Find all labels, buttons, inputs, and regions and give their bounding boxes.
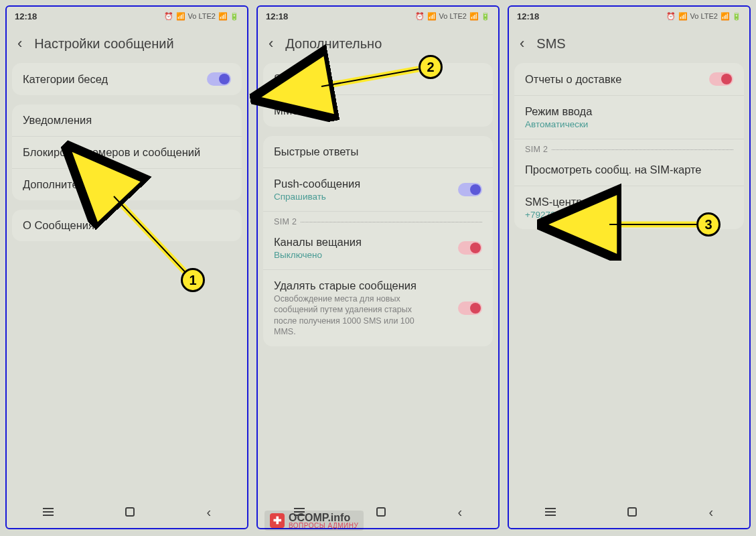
toggle-delete-old[interactable] (458, 302, 482, 315)
annotation-badge-1: 1 (181, 268, 205, 292)
group-options: Быстрые ответы Push-сообщения Спрашивать… (263, 136, 493, 346)
toggle-broadcast[interactable] (458, 241, 482, 255)
header: ‹ SMS (509, 25, 749, 63)
annotation-badge-2: 2 (419, 55, 443, 79)
nav-recents-icon[interactable] (43, 508, 54, 516)
android-navbar: ‹ (509, 496, 749, 528)
page-title: Настройки сообщений (34, 36, 173, 52)
screen-3-sms: 12:18 ⏰ 📶 Vo LTE2 📶 🔋 ‹ SMS Отчеты о дос… (508, 5, 751, 529)
header: ‹ Дополнительно (258, 25, 498, 63)
item-delete-old[interactable]: Удалять старые сообщения Освобождение ме… (263, 270, 493, 346)
toggle-push[interactable] (458, 183, 482, 196)
back-icon[interactable]: ‹ (17, 35, 22, 52)
status-bar: 12:18 ⏰ 📶 Vo LTE2 📶 🔋 (7, 7, 247, 25)
item-broadcast[interactable]: Каналы вещания Выключено (263, 226, 493, 270)
sim-header: SIM 2 (263, 212, 493, 226)
item-push[interactable]: Push-сообщения Спрашивать (263, 168, 493, 212)
status-time: 12:18 (15, 11, 37, 21)
sim-header: SIM 2 (514, 139, 744, 154)
back-icon[interactable]: ‹ (520, 35, 524, 52)
annotation-badge-3: 3 (696, 212, 721, 237)
nav-back-icon[interactable]: ‹ (709, 505, 714, 520)
status-bar: 12:18 ⏰ 📶 Vo LTE2 📶 🔋 (509, 7, 749, 25)
nav-back-icon[interactable]: ‹ (207, 505, 212, 520)
item-input-mode[interactable]: Режим ввода Автоматически (514, 96, 744, 139)
group-categories: Категории бесед (12, 63, 242, 95)
status-bar: 12:18 ⏰ 📶 Vo LTE2 📶 🔋 (258, 7, 498, 25)
item-delivery-reports[interactable]: Отчеты о доставке (514, 63, 744, 96)
toggle-categories[interactable] (207, 72, 231, 86)
nav-home-icon[interactable] (376, 507, 386, 517)
status-icons: ⏰ 📶 Vo LTE2 📶 🔋 (164, 12, 239, 21)
item-quick-replies[interactable]: Быстрые ответы (263, 136, 493, 168)
back-icon[interactable]: ‹ (269, 35, 273, 52)
status-time: 12:18 (517, 11, 539, 21)
item-view-sim-messages[interactable]: Просмотреть сообщ. на SIM-карте (514, 154, 744, 186)
nav-home-icon[interactable] (627, 507, 637, 517)
item-notifications[interactable]: Уведомления (12, 105, 242, 137)
nav-home-icon[interactable] (125, 507, 135, 517)
svg-line-2 (114, 196, 191, 278)
android-navbar: ‹ (7, 496, 247, 528)
nav-recents-icon[interactable] (545, 508, 556, 516)
status-icons: ⏰ 📶 Vo LTE2 📶 🔋 (666, 12, 741, 21)
group-sms-settings: Отчеты о доставке Режим ввода Автоматиче… (514, 63, 744, 229)
watermark-logo-icon: ✚ (270, 513, 285, 528)
item-block-numbers[interactable]: Блокировка номеров и сообщений (12, 137, 242, 169)
status-time: 12:18 (266, 11, 288, 21)
svg-line-5 (321, 69, 419, 86)
toggle-delivery[interactable] (709, 72, 733, 86)
header: ‹ Настройки сообщений (7, 25, 247, 63)
page-title: Дополнительно (285, 36, 382, 52)
watermark-sub: ВОПРОСЫ АДМИНУ (289, 522, 358, 529)
page-title: SMS (536, 36, 565, 52)
watermark: ✚ OCOMP.info ВОПРОСЫ АДМИНУ (264, 511, 364, 531)
nav-back-icon[interactable]: ‹ (458, 505, 463, 520)
status-icons: ⏰ 📶 Vo LTE2 📶 🔋 (415, 12, 490, 21)
item-chat-categories[interactable]: Категории бесед (12, 63, 242, 95)
